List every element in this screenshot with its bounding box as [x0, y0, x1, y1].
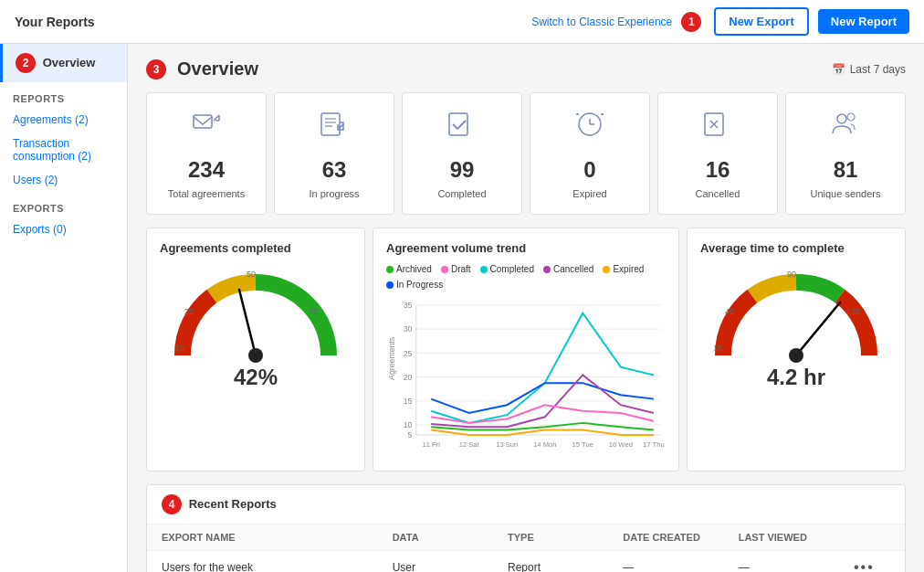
legend-item-cancelled: Cancelled [543, 264, 593, 274]
svg-text:90: 90 [787, 270, 796, 279]
legend-item-draft: Draft [441, 264, 471, 274]
main-header: 3 Overview 📅 Last 7 days [146, 58, 906, 79]
stat-number-1: 63 [322, 157, 347, 183]
stat-label-0: Total agreements [168, 188, 245, 199]
classic-experience-link[interactable]: Switch to Classic Experience [531, 16, 672, 28]
table-header: EXPORT NAME DATA TYPE DATE CREATED LAST … [147, 524, 905, 551]
svg-text:50: 50 [247, 270, 256, 279]
sidebar-section-reports: REPORTS [0, 82, 127, 108]
stat-card-5: 81 Unique senders [785, 92, 906, 215]
svg-point-53 [789, 348, 803, 363]
svg-text:12 Sat: 12 Sat [459, 440, 480, 449]
svg-rect-13 [601, 113, 604, 115]
new-export-button[interactable]: New Export [714, 7, 809, 36]
gauge1-container: 10 25 50 75 42% [160, 264, 352, 390]
new-report-button[interactable]: New Report [818, 9, 909, 34]
gauge2-container: 15 45 90 135 4.2 hr [700, 264, 892, 390]
stat-card-2: 99 Completed [402, 92, 522, 215]
svg-text:30: 30 [404, 324, 413, 334]
sidebar-item-transaction[interactable]: Transaction consumption (2) [0, 132, 127, 168]
col-actions [854, 532, 890, 543]
svg-rect-8 [449, 113, 467, 135]
chart3-title: Average time to complete [700, 241, 892, 255]
svg-text:35: 35 [404, 301, 413, 310]
sidebar-section-exports: EXPORTS [0, 192, 127, 217]
stat-label-1: In progress [309, 188, 359, 199]
stat-icon-2 [446, 108, 478, 148]
chart2-area: 35 30 25 20 15 10 5 Agreements 11 Fri 12… [386, 295, 666, 458]
svg-text:16 Wed: 16 Wed [609, 440, 633, 449]
legend-item-in progress: In Progress [386, 280, 443, 290]
gauge1-value: 42% [234, 365, 278, 390]
gauge2-value: 4.2 hr [767, 365, 825, 390]
svg-point-18 [847, 113, 855, 121]
calendar-icon: 📅 [832, 63, 845, 76]
badge-3: 3 [146, 59, 166, 79]
row-more-options[interactable]: ••• [854, 559, 890, 572]
svg-text:15 Tue: 15 Tue [572, 440, 593, 449]
row-last-viewed: — [739, 561, 854, 572]
stat-icon-1 [318, 108, 351, 148]
recent-reports-section: 4 Recent Reports EXPORT NAME DATA TYPE D… [146, 484, 906, 572]
sidebar-item-overview[interactable]: 2 Overview [0, 44, 127, 82]
row-name: Users for the week [162, 561, 393, 572]
badge-1: 1 [681, 12, 701, 32]
stat-card-0: 234 Total agreements [146, 92, 267, 215]
top-bar: Your Reports Switch to Classic Experienc… [0, 0, 924, 44]
stat-number-2: 99 [450, 157, 475, 183]
svg-text:17 Thu: 17 Thu [643, 440, 665, 449]
chart2-legend: ArchivedDraftCompletedCancelledExpiredIn… [386, 264, 666, 290]
stat-label-2: Completed [437, 188, 486, 199]
badge-2: 2 [16, 53, 36, 73]
chart2-svg: 35 30 25 20 15 10 5 Agreements 11 Fri 12… [386, 295, 666, 455]
svg-text:13 Sun: 13 Sun [496, 440, 518, 449]
svg-point-17 [837, 114, 846, 123]
sidebar-item-users[interactable]: Users (2) [0, 168, 127, 192]
svg-text:135: 135 [846, 307, 860, 316]
svg-rect-12 [576, 113, 579, 115]
col-export-name: EXPORT NAME [162, 532, 393, 543]
sidebar-item-exports[interactable]: Exports (0) [0, 217, 127, 241]
stat-number-5: 81 [834, 157, 858, 183]
chart-avg-time: Average time to complete 15 45 [687, 228, 906, 471]
legend-item-expired: Expired [603, 264, 644, 274]
svg-rect-0 [194, 115, 212, 128]
svg-rect-4 [321, 113, 340, 135]
svg-point-24 [248, 348, 263, 363]
stat-card-3: 0 Expired [530, 92, 650, 215]
stat-icon-5 [829, 108, 862, 148]
svg-text:11 Fri: 11 Fri [422, 440, 440, 449]
stat-number-3: 0 [583, 157, 595, 183]
svg-text:20: 20 [404, 373, 413, 382]
charts-row: Agreements completed 10 25 50 [146, 228, 906, 471]
stat-card-4: 16 Cancelled [657, 92, 778, 215]
legend-item-completed: Completed [480, 264, 534, 274]
svg-text:45: 45 [725, 307, 734, 316]
stat-icon-4 [701, 108, 734, 148]
stat-label-5: Unique senders [810, 188, 880, 199]
stat-label-3: Expired [572, 188, 606, 199]
stat-card-1: 63 In progress [274, 92, 394, 215]
row-data: User [393, 561, 508, 572]
col-date-created: DATE CREATED [623, 532, 738, 543]
chart2-title: Agreement volume trend [386, 241, 666, 255]
stat-number-4: 16 [706, 157, 730, 183]
main-content: 3 Overview 📅 Last 7 days 234 Total agree… [128, 44, 924, 572]
svg-line-1 [214, 115, 219, 121]
col-last-viewed: LAST VIEWED [739, 532, 854, 543]
top-bar-actions: Switch to Classic Experience 1 New Expor… [531, 7, 909, 36]
col-type: TYPE [508, 532, 623, 543]
sidebar-item-agreements[interactable]: Agreements (2) [0, 108, 127, 132]
svg-text:15: 15 [404, 397, 413, 406]
svg-line-23 [239, 290, 256, 355]
svg-text:Agreements: Agreements [387, 336, 396, 380]
row-type: Report [508, 561, 623, 572]
sidebar: 2 Overview REPORTS Agreements (2) Transa… [0, 44, 128, 572]
badge-4: 4 [162, 494, 182, 514]
chart-agreements-completed: Agreements completed 10 25 50 [146, 228, 365, 471]
col-data: DATA [393, 532, 508, 543]
stat-icon-3 [573, 108, 606, 148]
row-date-created: — [623, 561, 738, 572]
legend-item-archived: Archived [386, 264, 432, 274]
svg-text:5: 5 [408, 430, 413, 440]
